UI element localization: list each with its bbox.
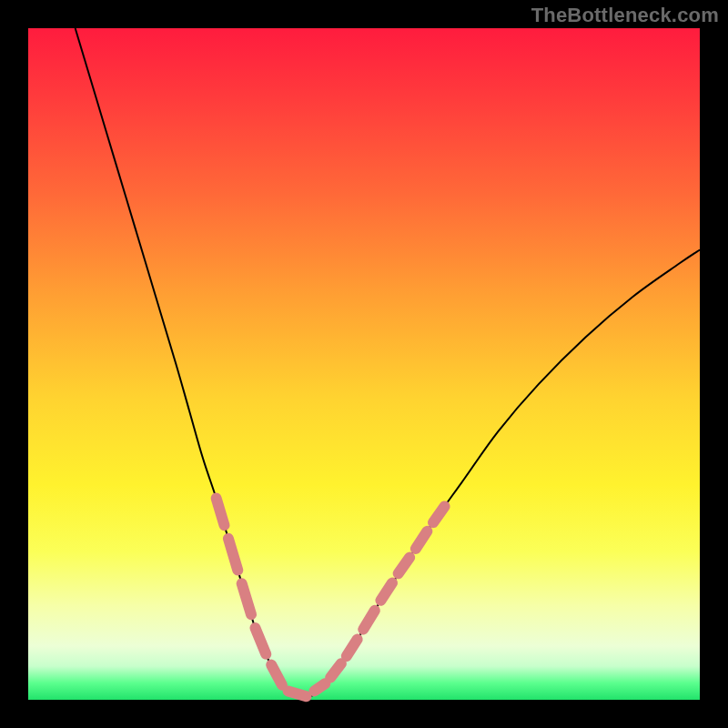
marker-segment [228, 539, 238, 571]
marker-segment [288, 691, 307, 696]
chart-svg-layer [28, 28, 700, 700]
marker-segment [380, 583, 392, 601]
marker-segment [217, 499, 225, 526]
marker-segment [242, 583, 251, 614]
chart-frame: TheBottleneck.com [0, 0, 728, 728]
marker-segment [399, 558, 410, 574]
marker-segment [255, 628, 266, 654]
marker-segments-group [217, 499, 445, 697]
marker-segment [433, 506, 445, 522]
marker-segment [363, 611, 375, 630]
marker-segment [416, 531, 428, 549]
marker-segment [330, 663, 341, 677]
watermark-text: TheBottleneck.com [531, 4, 719, 27]
marker-segment [347, 640, 358, 656]
marker-segment [314, 683, 325, 691]
marker-segment [271, 665, 282, 685]
chart-plot-area [28, 28, 700, 700]
